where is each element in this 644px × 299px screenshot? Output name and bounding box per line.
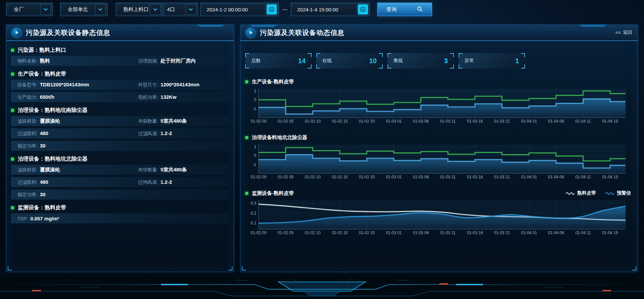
chart-canvas[interactable]: 0.30.20.101-02 0001-02 0501-02 1001-02 1…: [245, 198, 628, 236]
detail-row: TSP:0.057 mg/m³: [11, 213, 229, 223]
svg-text:01-04 06: 01-04 06: [548, 175, 564, 179]
field-value: 30: [40, 143, 46, 148]
play-icon: [246, 28, 256, 38]
chart-canvas[interactable]: 10-101-02 0001-02 0501-02 1001-02 1501-0…: [245, 142, 628, 180]
chart-legend: 熟料皮带预警信: [566, 190, 633, 196]
detail-cell: 额定功率:30: [17, 143, 138, 149]
field-label: 布袋数量:: [138, 118, 158, 124]
wave-icon: [605, 191, 614, 195]
svg-text:01-04 11: 01-04 11: [575, 119, 591, 124]
detail-cell: 额定功率:30: [17, 191, 138, 198]
chart-title-text: 治理设备料地坑北除尘器: [252, 134, 307, 141]
toolbar: 全厂 全部单元 熟料上料口 4口 2024-1-2 00:00:00: [0, 0, 644, 19]
chart-canvas[interactable]: 10-101-02 0001-02 0501-02 1001-02 1501-0…: [245, 87, 628, 124]
start-datetime-value: 2024-1-2 00:00:00: [207, 7, 248, 12]
charts-area: 生产设备-熟料皮带10-101-02 0001-02 0501-02 1001-…: [245, 77, 633, 236]
field-value: 0.057 mg/m³: [30, 216, 59, 221]
legend-item[interactable]: 熟料皮带: [566, 190, 596, 196]
section-title-text: 生产设备：熟料皮带: [18, 71, 66, 78]
chart-title: 生产设备-熟料皮带: [245, 77, 633, 87]
chevron-down-icon[interactable]: [95, 4, 106, 15]
svg-text:1: 1: [254, 89, 256, 93]
source-select-value: 熟料上料口: [123, 6, 149, 13]
field-label: 过鸿风速:: [138, 179, 158, 185]
detail-cell: 布袋数量:5室共480条: [138, 118, 187, 124]
detail-cell: 过滤面积:480: [17, 130, 138, 137]
section-title-text: 监测设备：熟料皮带: [18, 204, 66, 211]
field-value: 5室共480条: [161, 118, 187, 124]
section-title-text: 治理设备：熟料地坑北除尘器: [18, 156, 88, 163]
detail-cell: TSP:0.057 mg/m³: [17, 216, 138, 221]
detail-cell: 过滤风速:1.2-2: [138, 130, 172, 137]
start-datetime-input[interactable]: 2024-1-2 00:00:00: [200, 3, 279, 16]
dynamic-info-panel: 污染源及关联设备动态信息 << 返回 总数14在线10离线3异常1 生产设备-熟…: [240, 25, 638, 272]
svg-text:01-03 06: 01-03 06: [413, 230, 429, 235]
chevron-down-icon[interactable]: [40, 4, 51, 15]
svg-text:01-03 11: 01-03 11: [440, 175, 456, 179]
query-button[interactable]: 查询: [377, 3, 432, 16]
back-link[interactable]: << 返回: [615, 30, 632, 36]
footer-decoration: [0, 278, 644, 299]
svg-text:01-02 20: 01-02 20: [359, 119, 375, 124]
detail-row: 过滤面积:480过滤风速:1.2-2: [11, 128, 229, 138]
chart-title: 治理设备料地坑北除尘器: [245, 132, 633, 142]
plant-select[interactable]: 全厂: [6, 3, 53, 16]
stat-label: 总数: [251, 58, 261, 64]
detail-cell: 物料名称:熟料: [17, 58, 138, 64]
back-label: 返回: [623, 30, 632, 36]
detail-row: 滤袋材质:覆膜涤纶布华数量:5室共480条: [11, 165, 229, 175]
field-value: TDB1200*204143mm: [40, 82, 89, 87]
calendar-icon[interactable]: [358, 4, 368, 14]
back-chevrons-icon: <<: [615, 30, 621, 35]
svg-text:01-04 11: 01-04 11: [575, 230, 591, 235]
stat-card: 离线3: [387, 53, 454, 69]
green-square-icon: [245, 80, 248, 83]
svg-text:01-02 10: 01-02 10: [305, 230, 321, 235]
query-button-label: 查询: [386, 6, 396, 13]
port-select[interactable]: 4口: [163, 3, 198, 16]
green-square-icon: [245, 192, 248, 195]
svg-text:01-03 21: 01-03 21: [494, 175, 510, 179]
svg-text:01-03 21: 01-03 21: [494, 119, 510, 124]
svg-text:01-04 15: 01-04 15: [602, 119, 618, 124]
svg-text:0.1: 0.1: [251, 221, 256, 225]
field-value: 覆膜涤纶: [40, 118, 60, 124]
green-square-icon: [11, 73, 14, 76]
detail-cell: 滤袋材质:覆膜涤纶: [17, 167, 138, 173]
field-label: 过滤面积:: [17, 179, 38, 185]
svg-text:01-04 01: 01-04 01: [521, 230, 537, 235]
play-icon: [12, 28, 21, 38]
green-square-icon: [245, 136, 248, 139]
calendar-icon[interactable]: [267, 4, 277, 14]
field-label: 电机功率:: [138, 94, 158, 100]
field-value: 1.2-2: [161, 130, 172, 136]
stats-row: 总数14在线10离线3异常1: [245, 53, 633, 69]
unit-select-value: 全部单元: [68, 6, 88, 13]
svg-text:01-02 15: 01-02 15: [332, 119, 348, 124]
svg-text:01-03 16: 01-03 16: [467, 230, 483, 235]
field-value: 480: [40, 130, 48, 136]
section-title: 污染源：熟料上料口: [11, 44, 229, 56]
detail-row: 过滤面积:480过鸿风速:1.2-2: [11, 177, 229, 187]
svg-text:0: 0: [254, 153, 256, 158]
field-label: 生产能力:: [17, 94, 38, 100]
dynamic-panel-header: 污染源及关联设备动态信息 << 返回: [240, 25, 638, 41]
wave-icon: [566, 191, 575, 195]
field-label: 治理措施:: [138, 58, 158, 64]
source-select[interactable]: 熟料上料口: [116, 3, 163, 16]
static-info-panel: 污染源及关联设备静态信息 污染源：熟料上料口物料名称:熟料治理措施:处于封闭厂房…: [6, 25, 234, 272]
detail-cell: 外型尺寸:1200*204143mm: [138, 82, 200, 88]
search-icon: [417, 6, 423, 13]
svg-text:01-02 20: 01-02 20: [359, 175, 375, 179]
stat-label: 在线: [322, 58, 332, 64]
range-separator: —: [282, 6, 287, 12]
unit-select[interactable]: 全部单元: [60, 3, 108, 16]
chevron-down-icon[interactable]: [150, 4, 161, 15]
field-value: 480: [40, 179, 48, 185]
end-datetime-input[interactable]: 2024-1-4 15:00:00: [291, 3, 370, 16]
chevron-down-icon[interactable]: [185, 4, 196, 15]
svg-text:01-02 00: 01-02 00: [251, 119, 267, 124]
legend-item[interactable]: 预警信: [605, 190, 631, 196]
static-panel-title: 污染源及关联设备静态信息: [26, 28, 110, 37]
field-label: 滤袋材质:: [17, 118, 38, 124]
